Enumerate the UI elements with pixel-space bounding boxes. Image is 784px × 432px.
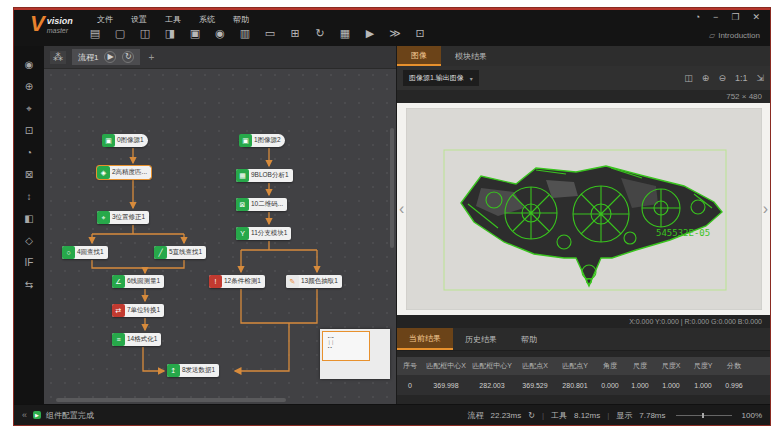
zoom-in-icon[interactable]: ⊕ [702, 73, 710, 83]
color-icon[interactable]: ◇ [21, 234, 37, 248]
tool-time-label: 工具 [551, 410, 567, 421]
logo-v-icon: V [30, 13, 45, 35]
flow-node-match[interactable]: ◈ 2高精度匹... [97, 166, 151, 179]
introduction-link[interactable]: ▱Introduction [709, 31, 760, 40]
menu-tools[interactable]: 工具 [158, 13, 188, 26]
tab-history-result[interactable]: 历史结果 [453, 328, 509, 350]
flow-node-color-extract[interactable]: ✎ 13颜色抽取1 [286, 275, 342, 288]
flow-node-image-source-2[interactable]: ▣ 1图像源2 [239, 134, 285, 147]
communication-icon[interactable]: ▭ [263, 26, 277, 40]
flow-node-condition-check[interactable]: ! 12条件检测1 [209, 275, 265, 288]
if-logic-icon[interactable]: IF [21, 256, 37, 270]
tab-help[interactable]: 帮助 [509, 328, 549, 350]
flow-node-line-find[interactable]: ╱ 5直线查找1 [154, 246, 206, 259]
data-queue-icon[interactable]: ▥ [238, 26, 252, 40]
collapse-handle-icon[interactable]: « [22, 410, 27, 420]
fullscreen-icon[interactable]: ⇲ [756, 73, 764, 83]
front-run-icon[interactable]: ⊡ [413, 26, 427, 40]
inspection-image: 545532E-05 [406, 108, 762, 310]
canvas-vscrollbar[interactable] [390, 128, 394, 248]
location-icon[interactable]: ⊕ [21, 80, 37, 94]
logo-line1: vision [47, 17, 73, 26]
next-image-arrow[interactable]: › [763, 199, 768, 219]
restore-icon[interactable]: ❐ [731, 12, 739, 22]
acquisition-icon[interactable]: ◉ [21, 58, 37, 72]
prev-image-arrow[interactable]: ‹ [399, 199, 404, 219]
menu-system[interactable]: 系统 [192, 13, 222, 26]
col-angle: 角度 [595, 361, 625, 371]
display-time-value: 7.78ms [639, 411, 665, 420]
menu-settings[interactable]: 设置 [124, 13, 154, 26]
canvas-hscrollbar[interactable] [56, 398, 286, 402]
status-message: 组件配置完成 [46, 410, 94, 421]
flow-node-format[interactable]: ≡ 14格式化1 [112, 333, 161, 346]
tab-module-result[interactable]: 模块结果 [441, 46, 501, 66]
node-icon: ◈ [97, 166, 110, 179]
flow-tree-icon[interactable]: ⁂ [50, 51, 66, 64]
flow-run-button[interactable]: ▶ [104, 51, 116, 63]
calibration-icon[interactable]: ◧ [21, 212, 37, 226]
node-label: 4圆查找1 [77, 248, 104, 257]
main-area: ◉ ⊕ ⌖ ⊡ ◔ ⊠ ↕ ◧ ◇ IF ⇆ ⁂ 流程1 ▶ ↻ + [14, 46, 770, 405]
position-fix-icon[interactable]: ⌖ [21, 102, 37, 116]
status-bar: « ▶ 组件配置完成 流程 22.23ms ↻ | 工具 8.12ms | 显示… [14, 404, 770, 425]
window-controls: ◔ − ❐ ✕ [695, 12, 760, 22]
save-icon[interactable]: ▤ [88, 26, 102, 40]
run-once-icon[interactable]: ▶ [363, 26, 377, 40]
open-icon[interactable]: ▢ [113, 26, 127, 40]
flow-loop-button[interactable]: ↻ [122, 51, 134, 63]
node-icon: ▣ [102, 134, 115, 147]
flow-canvas[interactable]: ▣ 0图像源1 ◈ 2高精度匹... ⌖ 3位置修正1 ○ 4圆查找1 ╱ [44, 68, 396, 405]
window-layout-icon[interactable]: ▣ [188, 26, 202, 40]
flow-tab[interactable]: 流程1 ▶ ↻ [72, 49, 140, 65]
result-table-row[interactable]: 0 369.998 282.003 369.529 280.801 0.000 … [397, 375, 770, 395]
introduction-icon: ▱ [709, 31, 715, 40]
image-source-value: 图像源1.输出图像 [409, 73, 464, 83]
node-icon: ╱ [154, 246, 167, 259]
flow-node-image-source-1[interactable]: ▣ 0图像源1 [102, 134, 148, 147]
focus-icon[interactable]: ⊡ [21, 124, 37, 138]
one-to-one-icon[interactable]: 1:1 [735, 73, 748, 83]
col-scale: 尺度 [625, 361, 655, 371]
tab-image[interactable]: 图像 [397, 46, 441, 66]
run-continuous-icon[interactable]: ≫ [388, 26, 402, 40]
canvas-minimap[interactable]: ▪─▪│ │▪ ▪ [320, 329, 390, 379]
zoom-out-icon[interactable]: ⊖ [718, 73, 726, 83]
cell-box-center-x: 369.998 [423, 382, 469, 389]
menu-file[interactable]: 文件 [90, 13, 120, 26]
flow-node-circle-find[interactable]: ○ 4圆查找1 [62, 246, 108, 259]
canvas-zoom-slider[interactable] [676, 415, 732, 416]
menu-bar: 文件 设置 工具 系统 帮助 [90, 13, 256, 26]
match-icon[interactable]: ⊠ [21, 168, 37, 182]
comm-icon[interactable]: ⇆ [21, 278, 37, 292]
measure-icon[interactable]: ↕ [21, 190, 37, 204]
flow-node-blob[interactable]: ▦ 9BLOB分析1 [236, 169, 293, 182]
fit-view-icon[interactable]: ◫ [684, 73, 693, 83]
camera-icon[interactable]: ◉ [213, 26, 227, 40]
cell-index: 0 [397, 382, 423, 389]
node-label: 13颜色抽取1 [301, 277, 338, 286]
menu-help[interactable]: 帮助 [226, 13, 256, 26]
image-viewer[interactable]: 545532E-05 ‹ › [397, 103, 770, 315]
save-as-icon[interactable]: ◫ [138, 26, 152, 40]
help-icon[interactable]: ◔ [695, 12, 700, 22]
flow-node-unit-convert[interactable]: ⇄ 7单位转换1 [112, 304, 164, 317]
flow-node-branch[interactable]: Y 11分支模块1 [236, 227, 291, 240]
export-icon[interactable]: ◨ [163, 26, 177, 40]
close-icon[interactable]: ✕ [752, 12, 760, 22]
node-label: 14格式化1 [127, 335, 157, 344]
tab-current-result[interactable]: 当前结果 [397, 328, 453, 350]
node-icon: ✎ [286, 275, 299, 288]
flow-node-qrcode[interactable]: ⊠ 10二维码... [236, 198, 287, 211]
flow-node-line-circle-measure[interactable]: ∠ 6线圆测量1 [112, 275, 164, 288]
image-source-dropdown[interactable]: 图像源1.输出图像 ▾ [403, 70, 479, 86]
global-script-icon[interactable]: ▦ [338, 26, 352, 40]
node-label: 2高精度匹... [112, 168, 147, 177]
flow-node-position-fix[interactable]: ⌖ 3位置修正1 [97, 211, 149, 224]
global-trigger-icon[interactable]: ↻ [313, 26, 327, 40]
circle-tools-icon[interactable]: ◔ [21, 146, 37, 160]
module-io-icon[interactable]: ⊞ [288, 26, 302, 40]
add-flow-button[interactable]: + [148, 52, 154, 63]
flow-node-send-data[interactable]: ↥ 8发送数据1 [167, 364, 219, 377]
minimize-icon[interactable]: − [713, 12, 718, 22]
